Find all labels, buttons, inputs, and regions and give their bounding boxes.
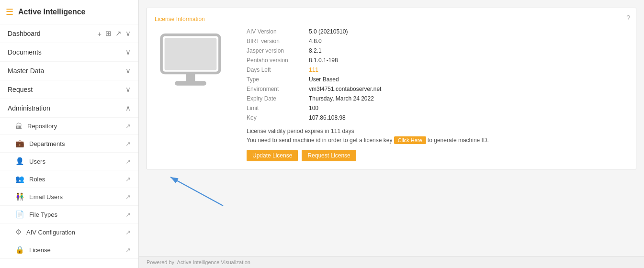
message-line2: You need to send machine id in order to … (247, 136, 628, 145)
days-left-value: 111 (309, 67, 318, 73)
external-link-icon[interactable]: ↗ (125, 211, 131, 218)
sidebar-item-roles[interactable]: 👥 Roles ↗ (0, 170, 138, 188)
limit-value: 100 (309, 105, 318, 112)
env-value: vm3f4751.contaboserver.net (309, 86, 381, 92)
days-left-label: Days Left (247, 67, 309, 73)
pentaho-value: 8.1.0.1-198 (309, 57, 338, 64)
arrow-area (147, 177, 644, 215)
update-license-button[interactable]: Update License (247, 150, 298, 161)
sidebar-item-license[interactable]: 🔒 License ↗ (0, 241, 138, 259)
sidebar-item-repository[interactable]: 🏛 Repository ↗ (0, 118, 138, 135)
footer: Powered by: Active Intelligence Visualiz… (139, 256, 644, 268)
svg-rect-3 (175, 81, 206, 85)
birt-label: BIRT version (247, 38, 309, 45)
type-label: Type (247, 76, 309, 83)
building-icon: 🏛 (15, 122, 23, 130)
external-link-icon[interactable]: ↗ (125, 229, 131, 236)
external-link-icon[interactable]: ↗ (125, 176, 131, 183)
main-content: License Information ? (139, 0, 644, 268)
message-pre-click: You need to send machine id in order to … (247, 137, 392, 144)
sidebar-item-email-users[interactable]: 👫 Email Users ↗ (0, 188, 138, 206)
content-area: License Information ? (139, 0, 644, 256)
type-value: User Based (309, 76, 339, 83)
action-buttons: Update License Request License (247, 150, 628, 161)
license-body: AIV Version 5.0 (20210510) BIRT version … (155, 28, 628, 161)
person-icon: 👤 (15, 157, 24, 166)
gear-icon: ⚙ (15, 228, 22, 236)
briefcase-icon: 💼 (15, 139, 24, 148)
svg-rect-2 (186, 73, 195, 82)
sidebar-item-request[interactable]: Request ∨ (0, 80, 138, 99)
lock-icon: 🔒 (15, 246, 24, 254)
info-row-key: Key 107.86.108.98 (247, 114, 628, 121)
svg-rect-1 (165, 38, 217, 70)
message-post-click: to generate machine ID. (428, 137, 489, 144)
administration-label: Administration (8, 104, 50, 112)
chevron-down-icon[interactable]: ∨ (125, 67, 131, 75)
click-here-button[interactable]: Click Here (394, 136, 426, 144)
external-icon[interactable]: ↗ (115, 29, 122, 38)
departments-label: Departments (29, 140, 65, 147)
roles-label: Roles (29, 176, 45, 183)
sidebar-item-aiv-configuration[interactable]: ⚙ AIV Configuration ↗ (0, 223, 138, 241)
footer-text: Powered by: Active Intelligence Visualiz… (147, 259, 250, 265)
chevron-up-icon[interactable]: ∧ (125, 104, 131, 112)
monitor-illustration (155, 28, 231, 97)
annotation-arrow (156, 172, 252, 211)
sidebar-item-documents[interactable]: Documents ∨ (0, 43, 138, 62)
jasper-value: 8.2.1 (309, 47, 322, 54)
request-license-button[interactable]: Request License (302, 150, 356, 161)
info-row-expiry: Expiry Date Thursday, March 24 2022 (247, 95, 628, 102)
external-link-icon[interactable]: ↗ (125, 158, 131, 165)
info-row-days: Days Left 111 (247, 67, 628, 73)
grid-icon[interactable]: ⊞ (105, 29, 112, 38)
aiv-config-label: AIV Configuration (26, 229, 75, 236)
message-line1: License validity period expires in 111 d… (247, 127, 628, 136)
external-link-icon[interactable]: ↗ (125, 140, 131, 147)
license-message: License validity period expires in 111 d… (247, 127, 628, 145)
key-value: 107.86.108.98 (309, 114, 346, 121)
expiry-value: Thursday, March 24 2022 (309, 95, 374, 102)
email-users-label: Email Users (29, 193, 63, 201)
info-row-limit: Limit 100 (247, 105, 628, 112)
sidebar-item-users[interactable]: 👤 Users ↗ (0, 153, 138, 170)
monitor-svg (155, 28, 226, 95)
users-label: Users (29, 158, 45, 165)
plus-icon[interactable]: + (97, 30, 102, 38)
chevron-down-icon[interactable]: ∨ (125, 29, 131, 38)
license-title: License Information (155, 16, 628, 22)
help-icon[interactable]: ? (626, 14, 630, 22)
sidebar: ☰ Active Intelligence Dashboard + ⊞ ↗ ∨ … (0, 0, 139, 268)
pentaho-label: Pentaho version (247, 57, 309, 64)
info-row-jasper: Jasper version 8.2.1 (247, 47, 628, 54)
chevron-down-icon[interactable]: ∨ (125, 48, 131, 56)
limit-label: Limit (247, 105, 309, 112)
people-icon: 👫 (15, 192, 24, 201)
file-types-label: File Types (29, 211, 57, 218)
expiry-label: Expiry Date (247, 95, 309, 102)
sidebar-item-master-data[interactable]: Master Data ∨ (0, 62, 138, 80)
license-label: License (29, 246, 51, 254)
license-panel: License Information ? (147, 8, 636, 169)
aiv-version-value: 5.0 (20210510) (309, 28, 348, 35)
sidebar-item-dashboard[interactable]: Dashboard + ⊞ ↗ ∨ (0, 24, 138, 43)
birt-value: 4.8.0 (309, 38, 322, 45)
request-label: Request (8, 86, 33, 93)
sidebar-header: ☰ Active Intelligence (0, 0, 138, 24)
chevron-down-icon[interactable]: ∨ (125, 85, 131, 94)
svg-line-5 (170, 177, 223, 206)
external-link-icon[interactable]: ↗ (125, 123, 131, 130)
key-label: Key (247, 114, 309, 121)
sidebar-item-departments[interactable]: 💼 Departments ↗ (0, 135, 138, 153)
external-link-icon[interactable]: ↗ (125, 246, 131, 254)
aiv-version-label: AIV Version (247, 28, 309, 35)
info-row-type: Type User Based (247, 76, 628, 83)
external-link-icon[interactable]: ↗ (125, 193, 131, 201)
dashboard-label: Dashboard (8, 30, 41, 37)
hamburger-icon[interactable]: ☰ (6, 7, 13, 17)
jasper-label: Jasper version (247, 47, 309, 54)
sidebar-item-file-types[interactable]: 📄 File Types ↗ (0, 206, 138, 223)
sidebar-item-administration[interactable]: Administration ∧ (0, 99, 138, 118)
env-label: Environment (247, 86, 309, 92)
file-icon: 📄 (15, 210, 24, 219)
